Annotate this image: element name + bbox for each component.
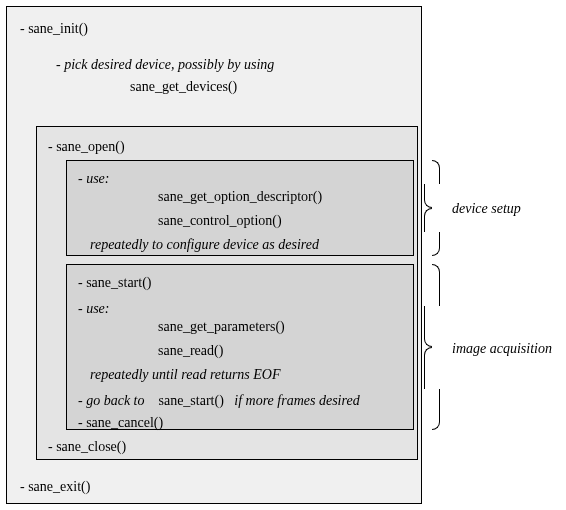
device-setup-note: repeatedly to configure device as desire… <box>90 238 319 252</box>
pick-device-fn: sane_get_devices() <box>130 80 237 94</box>
label-device-setup: device setup <box>452 202 521 216</box>
image-acq-fn2: sane_read() <box>158 344 223 358</box>
device-setup-fn1: sane_get_option_descriptor() <box>158 190 322 204</box>
device-setup-fn2: sane_control_option() <box>158 214 282 228</box>
device-setup-use: - use: <box>78 172 110 186</box>
init-text: - sane_init() <box>20 22 88 36</box>
image-acq-note: repeatedly until read returns EOF <box>90 368 281 382</box>
goback-fn: sane_start() <box>158 393 223 408</box>
image-acq-cancel: - sane_cancel() <box>78 416 163 430</box>
close-text: - sane_close() <box>48 440 126 454</box>
brace-device-setup <box>424 160 440 256</box>
goback-pre: - go back to <box>78 393 144 408</box>
goback-post: if more frames desired <box>234 393 359 408</box>
label-image-acquisition: image acquisition <box>452 342 552 356</box>
image-acq-use: - use: <box>78 302 110 316</box>
image-acq-goback: - go back to sane_start() if more frames… <box>78 394 360 408</box>
exit-text: - sane_exit() <box>20 480 90 494</box>
open-text: - sane_open() <box>48 140 125 154</box>
brace-image-acquisition <box>424 264 440 430</box>
image-acq-start: - sane_start() <box>78 276 151 290</box>
pick-device-line1: - pick desired device, possibly by using <box>56 58 274 72</box>
image-acq-fn1: sane_get_parameters() <box>158 320 285 334</box>
